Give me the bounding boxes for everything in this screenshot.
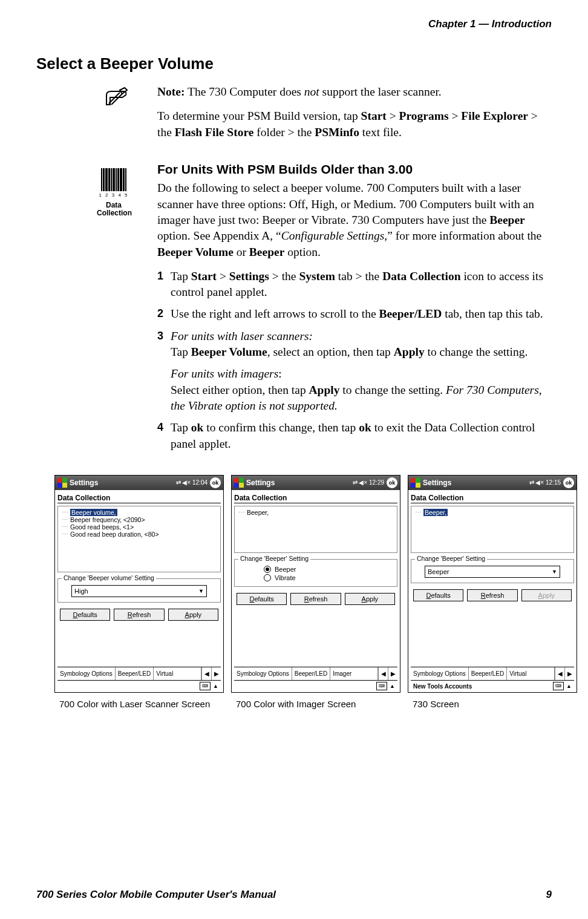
keyboard-icon[interactable]: ⌨: [200, 682, 211, 690]
tab-symbology-options[interactable]: Symbology Options: [57, 667, 116, 680]
tab-scroll-right[interactable]: ▶: [388, 667, 397, 680]
window-title: Settings: [70, 479, 174, 487]
ok-button[interactable]: ok: [210, 477, 221, 488]
footer-title: 700 Series Color Mobile Computer User's …: [36, 889, 276, 901]
step-1: 1 Tap Start > Settings > the System tab …: [157, 269, 552, 301]
step-2: 2 Use the right and left arrows to scrol…: [157, 306, 552, 322]
window-title: Settings: [423, 479, 527, 487]
screenshot-caption: 700 Color with Imager Screen: [231, 699, 400, 709]
running-head: Chapter 1 — Introduction: [36, 18, 552, 30]
tab-imager[interactable]: Imager: [330, 667, 378, 680]
apply-button[interactable]: Apply: [168, 609, 218, 621]
tab-symbology-options[interactable]: Symbology Options: [234, 667, 292, 680]
refresh-button[interactable]: Refresh: [114, 609, 164, 621]
radio-beeper[interactable]: Beeper: [264, 566, 392, 573]
tree-item[interactable]: ⋯Good read beeps, <1>: [62, 523, 217, 531]
note-icon: [103, 87, 131, 110]
keyboard-icon[interactable]: ⌨: [553, 682, 564, 690]
data-collection-icon: 1 2 3 4 5 Data Collection: [97, 168, 131, 217]
status-icons: ⇄ ◀× 12:15: [529, 479, 561, 486]
tab-virtual[interactable]: Virtual: [154, 667, 201, 680]
tab-scroll-left[interactable]: ◀: [555, 667, 564, 680]
tab-virtual[interactable]: Virtual: [507, 667, 555, 680]
sip-up-icon[interactable]: ▲: [213, 683, 218, 689]
tab-scroll-left[interactable]: ◀: [201, 667, 211, 680]
apply-button[interactable]: Apply: [345, 593, 395, 605]
screenshot-2: Settings⇄ ◀× 12:29okData Collection⋯Beep…: [231, 475, 400, 709]
start-flag-icon[interactable]: [57, 478, 67, 488]
keyboard-icon[interactable]: ⌨: [376, 682, 387, 690]
tab-beeper-led[interactable]: Beeper/LED: [116, 667, 154, 680]
bottom-text: New Tools Accounts: [413, 683, 472, 690]
heading-psm-old: For Units With PSM Builds Older than 3.0…: [157, 161, 552, 178]
page-number: 9: [546, 889, 552, 901]
note-text: Note: The 730 Computer does not support …: [157, 84, 552, 100]
settings-tree[interactable]: ⋯Beeper volume, ⋯Beeper frequency, <2090…: [57, 506, 221, 572]
settings-tree[interactable]: ⋯Beeper,: [411, 506, 574, 553]
tree-item[interactable]: ⋯Good read beep duration, <80>: [62, 531, 217, 538]
app-title: Data Collection: [57, 494, 221, 502]
app-title: Data Collection: [234, 494, 397, 502]
pda-titlebar: Settings⇄ ◀× 12:15ok: [408, 476, 577, 490]
tree-item[interactable]: ⋯Beeper,: [415, 509, 570, 516]
sip-bar: ⌨▲: [57, 680, 221, 692]
tab-strip: Symbology OptionsBeeper/LEDVirtual◀▶: [57, 667, 221, 680]
radio-vibrate[interactable]: Vibrate: [264, 574, 392, 581]
group-title: Change 'Beeper volume' Setting: [62, 574, 156, 581]
sip-up-icon[interactable]: ▲: [390, 683, 395, 689]
screenshot-3: Settings⇄ ◀× 12:15okData Collection⋯Beep…: [408, 475, 577, 709]
ok-button[interactable]: ok: [387, 477, 397, 488]
heading-select-beeper: Select a Beeper Volume: [36, 54, 552, 73]
settings-tree[interactable]: ⋯Beeper,: [234, 506, 397, 553]
change-setting-group: Change 'Beeper' SettingBeeper▼: [411, 559, 574, 583]
sip-bar: New Tools Accounts⌨▲: [411, 680, 574, 692]
app-title: Data Collection: [411, 494, 574, 502]
value-dropdown[interactable]: Beeper▼: [425, 566, 560, 578]
defaults-button[interactable]: Defaults: [60, 609, 110, 621]
group-title: Change 'Beeper' Setting: [238, 555, 310, 562]
defaults-button[interactable]: Defaults: [237, 593, 287, 605]
tree-item[interactable]: ⋯Beeper,: [238, 509, 393, 516]
tab-strip: Symbology OptionsBeeper/LEDVirtual◀▶: [411, 667, 574, 680]
pda-titlebar: Settings⇄ ◀× 12:04ok: [55, 476, 223, 490]
step-3: 3 For units with laser scanners: Tap Bee…: [157, 329, 552, 414]
value-dropdown[interactable]: High▼: [71, 585, 207, 597]
start-flag-icon[interactable]: [234, 478, 244, 488]
tab-symbology-options[interactable]: Symbology Options: [411, 667, 469, 680]
group-title: Change 'Beeper' Setting: [415, 555, 487, 562]
window-title: Settings: [246, 479, 350, 487]
screenshot-caption: 700 Color with Laser Scanner Screen: [54, 699, 224, 709]
tab-scroll-right[interactable]: ▶: [564, 667, 574, 680]
refresh-button[interactable]: Refresh: [290, 593, 341, 605]
tab-scroll-left[interactable]: ◀: [378, 667, 388, 680]
tab-beeper-led[interactable]: Beeper/LED: [469, 667, 507, 680]
status-icons: ⇄ ◀× 12:29: [353, 479, 384, 486]
apply-button: Apply: [521, 589, 572, 601]
intro-para: Do the following to select a beeper volu…: [157, 180, 552, 260]
pda-titlebar: Settings⇄ ◀× 12:29ok: [232, 476, 400, 490]
change-setting-group: Change 'Beeper volume' SettingHigh▼: [57, 578, 221, 603]
psm-instruction: To determine your PSM Build version, tap…: [157, 108, 552, 140]
status-icons: ⇄ ◀× 12:04: [176, 479, 207, 486]
page-footer: 700 Series Color Mobile Computer User's …: [36, 889, 552, 901]
sip-up-icon[interactable]: ▲: [566, 683, 572, 689]
start-flag-icon[interactable]: [411, 478, 420, 488]
ok-button[interactable]: ok: [563, 477, 574, 488]
screenshot-1: Settings⇄ ◀× 12:04okData Collection⋯Beep…: [54, 475, 224, 709]
tab-scroll-right[interactable]: ▶: [211, 667, 221, 680]
step-4: 4 Tap ok to confirm this change, then ta…: [157, 420, 552, 452]
tree-item[interactable]: ⋯Beeper volume,: [62, 509, 217, 516]
change-setting-group: Change 'Beeper' SettingBeeperVibrate: [234, 559, 397, 587]
defaults-button[interactable]: Defaults: [413, 589, 463, 601]
screenshot-caption: 730 Screen: [408, 699, 577, 709]
tab-beeper-led[interactable]: Beeper/LED: [292, 667, 330, 680]
refresh-button[interactable]: Refresh: [467, 589, 517, 601]
tree-item[interactable]: ⋯Beeper frequency, <2090>: [62, 516, 217, 523]
tab-strip: Symbology OptionsBeeper/LEDImager◀▶: [234, 667, 397, 680]
sip-bar: ⌨▲: [234, 680, 397, 692]
